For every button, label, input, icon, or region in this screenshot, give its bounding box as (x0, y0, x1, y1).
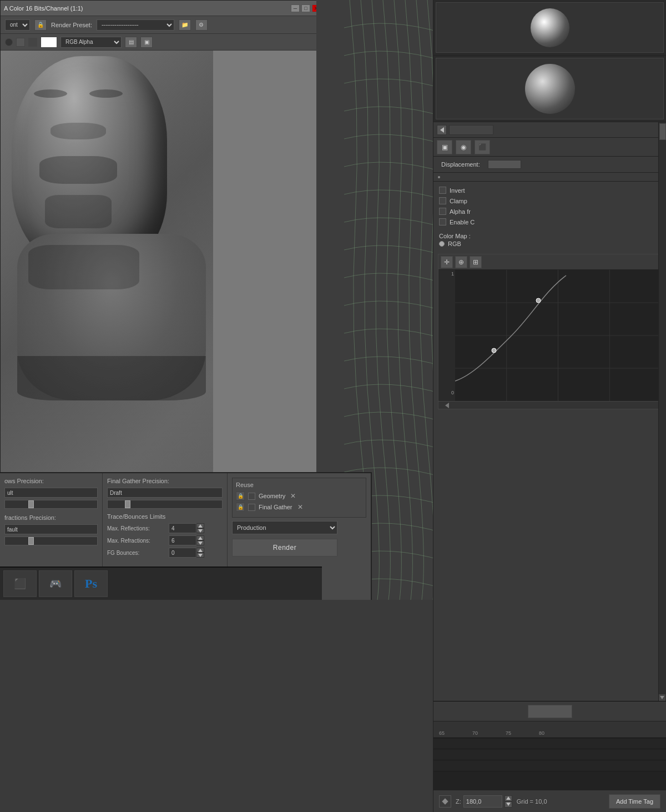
render-bg (213, 51, 324, 499)
z-input[interactable] (463, 795, 502, 808)
final-gather-label: Final Gather (259, 504, 292, 510)
enable-checkbox[interactable] (439, 218, 446, 225)
render-window-title: A Color 16 Bits/Channel (1:1) (4, 5, 83, 12)
curve-zoom-btn[interactable]: ⊕ (455, 256, 467, 268)
view-dropdown[interactable]: ont (5, 19, 30, 31)
taskbar-btn-3[interactable]: Ps (74, 570, 108, 597)
taskbar-btn-1[interactable]: ⬛ (3, 570, 37, 597)
max-refractions-up[interactable] (196, 535, 204, 540)
geometry-checkbox[interactable] (248, 493, 255, 500)
fg-bounces-up[interactable] (196, 548, 204, 553)
alpha-checkbox[interactable] (439, 208, 446, 215)
mat-preview-1[interactable] (436, 2, 664, 53)
color-map-label: Color Map : (439, 230, 471, 242)
channel-dropdown[interactable]: RGB Alpha (60, 37, 122, 48)
panel-icon-btn-3[interactable]: ⬛ (475, 140, 490, 154)
max-reflections-down[interactable] (196, 528, 204, 533)
z-down-btn[interactable] (504, 801, 512, 808)
final-gather-lock-icon[interactable]: 🔒 (236, 503, 245, 512)
geometry-lock-icon[interactable]: 🔒 (236, 492, 245, 500)
max-reflections-input[interactable] (169, 523, 196, 533)
clamp-checkbox[interactable] (439, 197, 446, 204)
fit-icon: ⊞ (473, 258, 478, 266)
max-reflections-arrows (196, 523, 204, 533)
scrollbar-down-btn[interactable] (659, 694, 665, 701)
fg-bounces-down[interactable] (196, 553, 204, 558)
folder-icon: 📁 (181, 22, 188, 28)
add-time-tag-button[interactable]: Add Time Tag (609, 794, 660, 809)
scrollbar-thumb[interactable] (659, 123, 666, 140)
display-mode-btn1[interactable] (5, 38, 13, 46)
render-preset-dropdown[interactable]: -------------------- (97, 19, 174, 31)
max-refractions-down[interactable] (196, 540, 204, 545)
curve-scroll-left[interactable] (438, 401, 455, 409)
max-reflections-up[interactable] (196, 523, 204, 528)
right-timeline-ruler: 65 70 75 80 (433, 721, 666, 738)
fg-bounces-input[interactable] (169, 548, 196, 558)
curve-move-btn[interactable]: ✛ (441, 256, 453, 268)
display-mode-btn3[interactable] (28, 38, 37, 47)
max-refractions-input[interactable] (169, 535, 196, 545)
invert-checkbox[interactable] (439, 187, 446, 194)
restore-button[interactable]: □ (301, 4, 310, 12)
timeline-track-1 (433, 738, 666, 749)
z-up-btn[interactable] (504, 795, 512, 801)
divider-dot (438, 176, 440, 178)
mat-preview-2[interactable] (436, 58, 664, 119)
lock-button[interactable]: 🔒 (34, 19, 47, 31)
enable-checkbox-wrap: Enable C (439, 218, 475, 225)
right-panel-scrollbar[interactable] (658, 122, 666, 701)
render-button[interactable]: Render (232, 539, 337, 557)
timeline-track-2 (433, 749, 666, 760)
minimize-button[interactable]: ─ (291, 4, 300, 12)
rgb-radio[interactable] (439, 241, 445, 247)
preset-settings-button[interactable]: ⚙ (195, 19, 208, 31)
taskbar-icon-3: Ps (85, 577, 97, 591)
displacement-value (488, 160, 521, 169)
restore-icon: □ (304, 6, 307, 11)
render-image-area (1, 51, 324, 499)
move-icon: ✛ (444, 258, 450, 266)
channel-btn2[interactable]: ▣ (140, 37, 153, 48)
curve-y-top: 1 (451, 271, 454, 277)
keyframe-icon (442, 798, 448, 804)
display-mode-btn2[interactable] (16, 38, 25, 47)
refractions-value-input[interactable] (4, 524, 98, 534)
nav-left-button[interactable] (437, 125, 447, 135)
panel-icon-btn-2[interactable]: ◉ (456, 140, 471, 154)
large-panel-btn[interactable] (433, 701, 666, 721)
enable-label: Enable C (450, 219, 475, 225)
curve-scrollbar[interactable] (455, 401, 661, 409)
final-gather-input[interactable] (107, 488, 223, 498)
geometry-x-button[interactable]: ✕ (289, 492, 297, 500)
curve-fit-btn[interactable]: ⊞ (470, 256, 482, 268)
taskbar-btn-2[interactable]: 🎮 (39, 570, 72, 597)
mat-ball-2 (525, 64, 575, 114)
fg-bounces-row: FG Bounces: (107, 548, 223, 558)
final-gather-checkbox[interactable] (248, 504, 255, 511)
reuse-label: Reuse (236, 482, 362, 488)
max-refractions-row: Max. Refractions: (107, 535, 223, 545)
taskbar: ⬛ 🎮 Ps (0, 567, 322, 600)
panel-icon-btn-1[interactable]: ▣ (437, 140, 452, 154)
preset-load-button[interactable]: 📁 (179, 19, 191, 31)
production-dropdown[interactable]: Production (232, 521, 337, 534)
fg-bounces-spinner (169, 548, 204, 558)
displacement-row: Displacement: (433, 157, 666, 173)
refractions-slider[interactable] (4, 537, 98, 545)
z-label: Z: (456, 798, 461, 805)
geometry-row: 🔒 Geometry ✕ (236, 492, 362, 500)
final-gather-slider[interactable] (107, 500, 223, 509)
shadows-value-input[interactable] (4, 488, 98, 498)
invert-checkbox-wrap: Invert (439, 187, 465, 194)
final-gather-x-button[interactable]: ✕ (296, 503, 305, 512)
shadows-slider[interactable] (4, 500, 98, 509)
channel-btn1[interactable]: ▤ (125, 37, 137, 48)
invert-row: Invert (439, 185, 660, 196)
render-toolbar-1: ont 🔒 Render Preset: -------------------… (1, 16, 324, 34)
invert-label: Invert (450, 187, 465, 194)
z-spinner (504, 795, 512, 808)
panel-btn-inner (528, 705, 572, 718)
keyframe-btn[interactable] (439, 795, 451, 808)
max-reflections-spinner (169, 523, 204, 533)
